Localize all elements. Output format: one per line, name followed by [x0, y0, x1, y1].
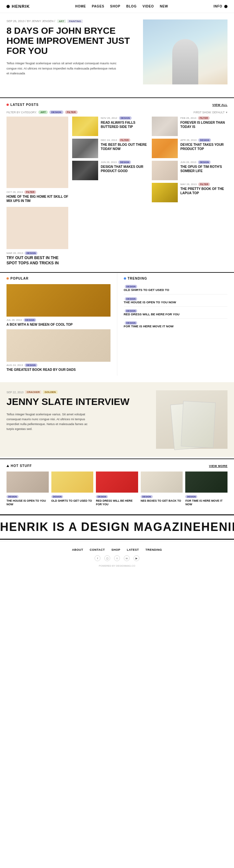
dot-red [6, 103, 9, 106]
hot-item-2[interactable]: DESIGN OLD SHIRTS TO GET USED TO [51, 471, 94, 506]
post-oranges[interactable]: APR 26, 2013 DESIGN DEVICE THAT TAKES YO… [152, 139, 228, 158]
nav-blog[interactable]: BLOG [126, 4, 137, 8]
posts-row1: OCT 26, 2013 FILTER HOME OF THE BIG HOME… [6, 117, 228, 203]
post-tag: DESIGN [198, 160, 211, 164]
trending-list: DESIGN OLD SHIRTS TO GET USED TO DESIGN … [124, 284, 228, 330]
post-runner[interactable]: JUN 26, 2013 DESIGN THE OPUS OF TIM ROTH… [152, 161, 228, 180]
post-image [72, 117, 98, 136]
hot-stuff-section: HOT STUFF VIEW MORE DESIGN THE HOUSE IS … [0, 459, 234, 511]
post-woman[interactable]: FEB 26, 2013 FILTER FOREVER IS LONGER TH… [152, 117, 228, 136]
hero-tag-art: ART [57, 20, 66, 23]
hero-desc: Tellus integer feugiat scelerisque variu… [6, 61, 117, 76]
logo[interactable]: HENRIK [6, 4, 30, 9]
footer-link-contact[interactable]: CONTACT [90, 548, 105, 551]
feature-meta: SEP 22, 2013 CRACKER GOLDEN [6, 390, 149, 394]
post-orange[interactable]: NOV 26, 2012 DESIGN READ ALWAYS FALLS BU… [72, 117, 148, 136]
hot-image [51, 471, 94, 493]
post-meta: FEB 26, 2013 FILTER [180, 117, 228, 120]
posts-grid: OCT 26, 2013 FILTER HOME OF THE BIG HOME… [0, 117, 234, 266]
trending-item-3[interactable]: DESIGN RED DRESS WILL BE HERE FOR YOU [124, 309, 228, 318]
navigation: HENRIK HOME PAGES SHOP BLOG VIDEO NEW IN… [0, 0, 234, 13]
trending-item-1[interactable]: DESIGN OLD SHIRTS TO GET USED TO [124, 284, 228, 294]
filter-design[interactable]: DESIGN [50, 111, 63, 114]
footer-link-trending[interactable]: TRENDING [146, 548, 162, 551]
trending-section: TRENDING DESIGN OLD SHIRTS TO GET USED T… [117, 273, 234, 376]
hero-title: 8 DAYS OF JOHN BRYCE HOME IMPROVEMENT JU… [6, 26, 137, 56]
nav-new[interactable]: NEW [160, 4, 168, 8]
filter-filter[interactable]: FILTER [65, 111, 78, 114]
popular-post-2[interactable]: AUG 24, 2013 DESIGN THE GREATEST BOOK RE… [6, 329, 111, 372]
post-tag: DESIGN [25, 251, 37, 255]
logo-dot [6, 5, 10, 8]
social-instagram[interactable]: ◻ [104, 555, 110, 561]
social-links: f ◻ t in ▶ [6, 555, 228, 561]
post-tag: FILTER [119, 138, 130, 142]
post-title: READ ALWAYS FALLS BUTTERED SIDE TIP [101, 121, 148, 129]
post-image [152, 183, 178, 202]
popular-post-1[interactable]: JUL 26, 2013 DESIGN A BOX WITH A NEW SHE… [6, 284, 111, 327]
trending-item-4[interactable]: DESIGN FOR TIME IS HERE MOVE IT NOW [124, 320, 228, 330]
hero-tag-painting: PAINTING [67, 20, 83, 23]
hot-item-3[interactable]: DESIGN RED DRESS WILL BE HERE FOR YOU [96, 471, 138, 506]
hot-item-title: NES BOXES TO GET BACK TO [141, 499, 183, 503]
hot-grid: DESIGN THE HOUSE IS OPEN TO YOU NOW DESI… [6, 471, 228, 506]
footer-link-latest[interactable]: LATEST [127, 548, 139, 551]
triangle-icon [6, 465, 9, 467]
posts-row2: MAR 26, 2013 DESIGN TRY OUT OUR BEST IN … [6, 207, 228, 266]
post-tag: DESIGN [24, 318, 36, 322]
post-title: THE GREATEST BOOK READ BY OUR DADS [6, 368, 111, 372]
hot-item-5[interactable]: DESIGN FOR TIME IS HERE MOVE IT NOW [185, 471, 228, 506]
post-tag: DESIGN [198, 138, 211, 142]
dot-blue [124, 277, 126, 280]
footer-link-about[interactable]: ABOUT [72, 548, 83, 551]
post-title: HOME OF THE BIG HOME KIT SKILL OF MIX UP… [6, 194, 68, 203]
feature-text: SEP 22, 2013 CRACKER GOLDEN JENNY SLATE … [6, 390, 149, 431]
post-books[interactable]: OCT 26, 2013 FILTER HOME OF THE BIG HOME… [6, 117, 68, 203]
feature-desc: Tellus integer feugiat scelerisque variu… [6, 412, 91, 432]
hot-item-title: RED DRESS WILL BE HERE FOR YOU [96, 499, 138, 506]
post-content: MAY 26, 2013 FILTER THE PRETTY BOOK OF T… [180, 183, 228, 195]
footer-links: ABOUT CONTACT SHOP LATEST TRENDING [6, 548, 228, 551]
hero-image [143, 20, 228, 85]
spacer [72, 207, 228, 266]
post-shirt[interactable]: JUN 26, 2013 DESIGN DESIGN THAT MAKES OU… [72, 161, 148, 180]
nav-pages[interactable]: PAGES [92, 4, 104, 8]
feature-section: SEP 22, 2013 CRACKER GOLDEN JENNY SLATE … [0, 382, 234, 457]
post-meta: AUG 24, 2013 DESIGN [6, 364, 111, 367]
nav-home[interactable]: HOME [75, 4, 86, 8]
feature-image [156, 390, 228, 449]
post-cactus[interactable]: MAR 26, 2013 DESIGN TRY OUT OUR BEST IN … [6, 207, 68, 266]
social-twitter[interactable]: t [114, 555, 120, 561]
post-image [6, 284, 111, 317]
nav-video[interactable]: VIDEO [143, 4, 154, 8]
post-content: APR 26, 2013 DESIGN DEVICE THAT TAKES YO… [180, 139, 228, 151]
footer-link-shop[interactable]: SHOP [112, 548, 121, 551]
post-tag: DESIGN [119, 116, 131, 120]
hot-image [141, 471, 183, 493]
hot-item-4[interactable]: DESIGN NES BOXES TO GET BACK TO [141, 471, 183, 506]
filter-art[interactable]: ART [38, 111, 48, 114]
hot-title: HOT STUFF [6, 464, 32, 468]
nav-info[interactable]: INFO [213, 4, 228, 8]
trending-item-2[interactable]: DESIGN THE HOUSE IS OPEN TO YOU NOW [124, 297, 228, 307]
popular-trending: POPULAR JUL 26, 2013 DESIGN A BOX WITH A… [0, 272, 234, 376]
social-linkedin[interactable]: in [124, 555, 130, 561]
hot-tag: DESIGN [96, 495, 108, 498]
view-more-button[interactable]: VIEW MORE [209, 464, 228, 468]
social-rss[interactable]: ▶ [134, 555, 140, 561]
post-title: FOREVER IS LONGER THAN TODAY IS [180, 121, 228, 129]
feature-title: JENNY SLATE INTERVIEW [6, 397, 149, 407]
nav-shop[interactable]: SHOP [110, 4, 121, 8]
dot-orange [6, 277, 9, 280]
hot-header: HOT STUFF VIEW MORE [6, 464, 228, 468]
social-facebook[interactable]: f [94, 555, 100, 561]
post-content: JUN 26, 2013 DESIGN DESIGN THAT MAKES OU… [101, 161, 148, 173]
post-buildings[interactable]: MAY 26, 2013 FILTER THE PRETTY BOOK OF T… [152, 183, 228, 202]
post-dog[interactable]: DEC 24, 2013 FILTER THE BEST BLOG OUT TH… [72, 139, 148, 158]
post-title: TRY OUT OUR BEST IN THE SPOT TOPS AND TR… [6, 255, 68, 266]
view-all-button[interactable]: VIEW ALL [212, 103, 228, 106]
nav-links: HOME PAGES SHOP BLOG VIDEO NEW [75, 4, 168, 8]
post-meta: JUL 26, 2013 DESIGN [6, 318, 111, 321]
hot-item-title: FOR TIME IS HERE MOVE IT NOW [185, 499, 228, 506]
hot-item-1[interactable]: DESIGN THE HOUSE IS OPEN TO YOU NOW [6, 471, 49, 506]
